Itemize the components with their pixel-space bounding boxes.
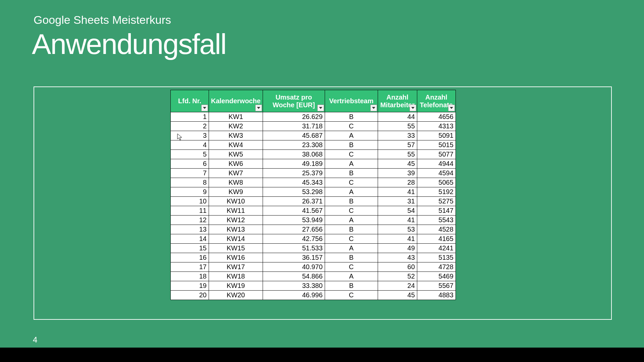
- cell-team: A: [325, 272, 378, 281]
- cell-umsatz: 53.949: [263, 216, 325, 225]
- cell-telefonate: 4883: [417, 291, 455, 300]
- cell-mitarbeiter: 43: [378, 253, 417, 262]
- table-row: 10KW1026.371B315275: [171, 197, 456, 206]
- cell-mitarbeiter: 57: [378, 140, 417, 150]
- cell-kw: KW16: [209, 253, 263, 262]
- cell-umsatz: 49.189: [263, 159, 325, 169]
- cell-telefonate: 4165: [417, 234, 455, 244]
- cell-lfdnr: 13: [171, 225, 209, 234]
- cell-umsatz: 26.371: [263, 197, 325, 206]
- cell-umsatz: 54.866: [263, 272, 325, 281]
- cell-umsatz: 46.996: [263, 291, 325, 300]
- letterbox-bar: [0, 348, 644, 362]
- cell-telefonate: 4656: [417, 112, 455, 122]
- cell-lfdnr: 10: [171, 197, 209, 206]
- cell-lfdnr: 8: [171, 178, 209, 187]
- cell-mitarbeiter: 60: [378, 262, 417, 272]
- table-row: 19KW1933.380B245567: [171, 281, 456, 291]
- cell-mitarbeiter: 52: [378, 272, 417, 281]
- filter-dropdown-icon[interactable]: [317, 105, 324, 111]
- cell-mitarbeiter: 24: [378, 281, 417, 291]
- cell-lfdnr: 5: [171, 150, 209, 159]
- cell-team: B: [325, 225, 378, 234]
- cell-kw: KW18: [209, 272, 263, 281]
- cell-mitarbeiter: 41: [378, 216, 417, 225]
- cell-telefonate: 5065: [417, 178, 455, 187]
- table-row: 14KW1442.756C414165: [171, 234, 456, 244]
- cell-kw: KW10: [209, 197, 263, 206]
- table-row: 8KW845.343C285065: [171, 178, 456, 187]
- cell-team: C: [325, 178, 378, 187]
- cell-team: C: [325, 122, 378, 131]
- cell-umsatz: 45.343: [263, 178, 325, 187]
- cell-kw: KW19: [209, 281, 263, 291]
- table-row: 11KW1141.567C545147: [171, 206, 456, 216]
- cell-telefonate: 5077: [417, 150, 455, 159]
- cell-umsatz: 51.533: [263, 244, 325, 253]
- cell-umsatz: 36.157: [263, 253, 325, 262]
- cell-mitarbeiter: 33: [378, 131, 417, 140]
- cell-telefonate: 5135: [417, 253, 455, 262]
- data-table-wrap: Lfd. Nr. Kalenderwoche Umsatz pro Woche …: [170, 90, 456, 300]
- filter-dropdown-icon[interactable]: [255, 105, 262, 111]
- cell-lfdnr: 12: [171, 216, 209, 225]
- cell-telefonate: 5469: [417, 272, 455, 281]
- slide-subtitle: Google Sheets Meisterkurs: [34, 13, 171, 26]
- cell-lfdnr: 7: [171, 169, 209, 178]
- table-row: 15KW1551.533A494241: [171, 244, 456, 253]
- table-row: 18KW1854.866A525469: [171, 272, 456, 281]
- cell-team: A: [325, 131, 378, 140]
- filter-dropdown-icon[interactable]: [410, 105, 416, 111]
- table-row: 20KW2046.996C454883: [171, 291, 456, 300]
- cell-umsatz: 41.567: [263, 206, 325, 216]
- cell-telefonate: 5192: [417, 187, 455, 197]
- filter-dropdown-icon[interactable]: [448, 105, 455, 111]
- cell-telefonate: 5275: [417, 197, 455, 206]
- table-row: 3KW345.687A335091: [171, 131, 456, 140]
- cell-umsatz: 23.308: [263, 140, 325, 150]
- cell-mitarbeiter: 41: [378, 234, 417, 244]
- cell-team: C: [325, 262, 378, 272]
- cell-telefonate: 5147: [417, 206, 455, 216]
- cell-mitarbeiter: 55: [378, 150, 417, 159]
- filter-dropdown-icon[interactable]: [201, 105, 208, 111]
- cell-telefonate: 5015: [417, 140, 455, 150]
- cell-lfdnr: 19: [171, 281, 209, 291]
- col-header-vertriebsteam: Vertriebsteam: [325, 90, 378, 112]
- cell-kw: KW4: [209, 140, 263, 150]
- cell-kw: KW14: [209, 234, 263, 244]
- cell-team: C: [325, 234, 378, 244]
- cell-mitarbeiter: 45: [378, 159, 417, 169]
- cell-umsatz: 38.068: [263, 150, 325, 159]
- col-header-telefonate: Anzahl Telefonate: [417, 90, 455, 112]
- table-row: 5KW538.068C555077: [171, 150, 456, 159]
- cell-kw: KW8: [209, 178, 263, 187]
- cell-mitarbeiter: 44: [378, 112, 417, 122]
- cell-kw: KW12: [209, 216, 263, 225]
- cell-kw: KW15: [209, 244, 263, 253]
- cell-mitarbeiter: 31: [378, 197, 417, 206]
- cell-team: A: [325, 159, 378, 169]
- cell-lfdnr: 15: [171, 244, 209, 253]
- table-row: 12KW1253.949A415543: [171, 216, 456, 225]
- cell-telefonate: 4944: [417, 159, 455, 169]
- table-row: 9KW953.298A415192: [171, 187, 456, 197]
- slide: Google Sheets Meisterkurs Anwendungsfall…: [0, 0, 644, 348]
- cell-kw: KW13: [209, 225, 263, 234]
- table-row: 1KW126.629B444656: [171, 112, 456, 122]
- cell-umsatz: 53.298: [263, 187, 325, 197]
- cell-kw: KW2: [209, 122, 263, 131]
- table-row: 4KW423.308B575015: [171, 140, 456, 150]
- cell-kw: KW11: [209, 206, 263, 216]
- cell-kw: KW9: [209, 187, 263, 197]
- cell-lfdnr: 9: [171, 187, 209, 197]
- table-row: 6KW649.189A454944: [171, 159, 456, 169]
- cell-team: B: [325, 281, 378, 291]
- cell-umsatz: 42.756: [263, 234, 325, 244]
- cell-umsatz: 33.380: [263, 281, 325, 291]
- filter-dropdown-icon[interactable]: [370, 105, 377, 111]
- cell-lfdnr: 17: [171, 262, 209, 272]
- cell-mitarbeiter: 55: [378, 122, 417, 131]
- cell-team: B: [325, 169, 378, 178]
- cell-kw: KW1: [209, 112, 263, 122]
